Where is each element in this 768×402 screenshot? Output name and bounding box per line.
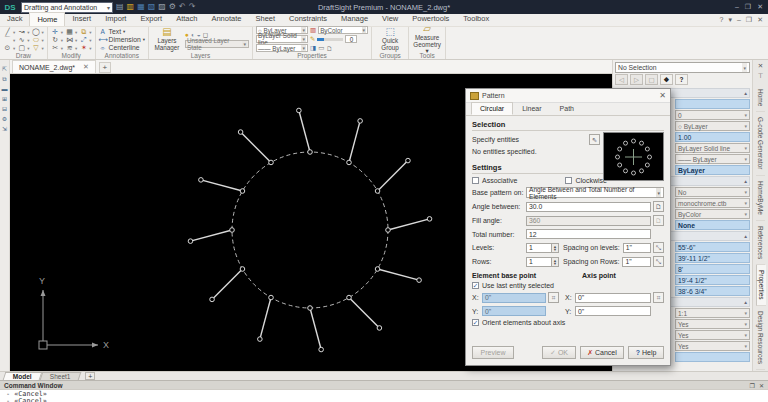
side-tab-design-resources[interactable]: Design Resources xyxy=(756,306,765,370)
menu-tab-view[interactable]: View xyxy=(375,12,405,26)
ribbon-collapse-icon[interactable]: ▾ xyxy=(728,16,732,24)
help-button[interactable]: ?Help xyxy=(628,346,664,359)
help-icon[interactable]: ? xyxy=(720,16,724,24)
palette-select-button[interactable]: ▢ xyxy=(645,74,658,85)
angle-between-input[interactable]: 30.0 xyxy=(526,202,651,212)
levels-input[interactable]: 1 xyxy=(526,243,552,253)
menu-tab-annotate[interactable]: Annotate xyxy=(204,12,248,26)
angle-between-picker-button[interactable]: 🗋 xyxy=(653,201,664,212)
axis-point-picker-button[interactable]: ⌗ xyxy=(653,292,664,303)
hatch-button[interactable]: ▽▾ xyxy=(32,44,44,52)
palette-help-button[interactable]: ? xyxy=(675,74,688,85)
pattern-element[interactable] xyxy=(258,295,274,341)
menu-tab-insert[interactable]: Insert xyxy=(65,12,98,26)
pattern-element[interactable] xyxy=(210,267,245,302)
palette-value-field[interactable]: 19'-4 1/2" xyxy=(675,275,750,285)
highlight-icon[interactable]: ✎ xyxy=(310,35,315,43)
selection-filter-select[interactable]: No Selection ▾ xyxy=(615,62,750,73)
line-button[interactable]: ╱▾ xyxy=(3,28,15,36)
use-last-entity-checkbox[interactable]: ✓ xyxy=(472,282,479,289)
copy-button[interactable]: ⧉▾ xyxy=(79,28,91,36)
palette-value-field[interactable] xyxy=(675,99,750,109)
circle-button[interactable]: ◯▾ xyxy=(32,28,44,36)
menu-tab-home[interactable]: Home xyxy=(29,12,65,26)
explode-button[interactable]: ✶▾ xyxy=(79,44,91,52)
scale-button[interactable]: ⤢▾ xyxy=(79,36,91,44)
sheet-tab-sheet1[interactable]: Sheet1 xyxy=(39,372,80,380)
base-point-picker-button[interactable]: ⌗ xyxy=(548,292,559,303)
ellipse-button[interactable]: ⬭▾ xyxy=(32,36,44,44)
transparency-slider[interactable] xyxy=(317,38,343,41)
line-color-select[interactable]: ByColor▾ xyxy=(318,26,368,34)
move-button[interactable]: ✛▾ xyxy=(51,28,63,36)
side-tab-properties[interactable]: Properties xyxy=(756,265,766,306)
cancel-button[interactable]: ✗Cancel xyxy=(580,346,624,359)
view-preset-1-icon[interactable]: ⊞ xyxy=(2,96,7,102)
pattern-tab-circular[interactable]: Circular xyxy=(471,102,513,115)
color-book-icon[interactable]: ▥ xyxy=(310,26,316,34)
arc-button[interactable]: ⌒▾ xyxy=(3,36,15,44)
palette-back-button[interactable]: ◁ xyxy=(615,74,628,85)
menu-tab-jack[interactable]: Jack xyxy=(0,12,29,26)
pattern-button[interactable]: ▦▾ xyxy=(65,28,77,36)
palette-value-field[interactable]: 39'-11 1/2" xyxy=(675,253,750,263)
base-pattern-select[interactable]: Angle Between and Total Number of Elemen… xyxy=(526,187,664,198)
levels-spinner[interactable]: ▲▼ xyxy=(552,243,559,253)
mirror-button[interactable]: ⋈▾ xyxy=(65,36,77,44)
copy-properties-icon[interactable]: 🗋 xyxy=(326,45,333,52)
centerline-button[interactable]: ⌯Centerline xyxy=(99,44,145,51)
text-button[interactable]: AText▾ xyxy=(99,28,145,35)
pattern-element[interactable] xyxy=(347,119,363,165)
palette-value-select[interactable]: ByLayer Solid line▾ xyxy=(675,143,750,153)
orient-elements-checkbox[interactable]: ✓ xyxy=(472,319,479,326)
doc-close-icon[interactable]: ✕ xyxy=(757,16,763,24)
palette-value-select[interactable]: Yes▾ xyxy=(675,319,750,329)
minimize-button[interactable]: – xyxy=(735,3,739,11)
hide-properties-icon[interactable]: ▭ xyxy=(318,44,324,52)
export-tool-icon[interactable]: ⇲ xyxy=(2,126,7,132)
document-tab[interactable]: NONAME_2.dwg* ✕ xyxy=(12,60,96,73)
total-number-input[interactable]: 12 xyxy=(526,229,651,239)
palette-value-select[interactable]: 1:1▾ xyxy=(675,308,750,318)
clockwise-checkbox[interactable] xyxy=(565,177,572,184)
spacing-levels-input[interactable]: 1" xyxy=(623,243,651,253)
command-window-header[interactable]: Command Window ❐✕ xyxy=(0,380,768,389)
side-tab-home[interactable]: Home xyxy=(756,84,765,112)
pattern-element[interactable] xyxy=(199,178,245,194)
pattern-element[interactable] xyxy=(386,217,432,233)
cmd-float-icon[interactable]: ❐ xyxy=(750,382,755,389)
palette-pin-icon[interactable]: ⊤ xyxy=(758,72,764,80)
spacing-rows-picker-button[interactable]: ⤡ xyxy=(653,256,664,267)
cmd-close-icon[interactable]: ✕ xyxy=(759,382,764,389)
pattern-element[interactable] xyxy=(375,158,410,193)
specify-entities-picker-button[interactable]: ⇖ xyxy=(589,134,600,145)
pattern-element[interactable] xyxy=(238,130,273,165)
workspace-select[interactable]: Drafting and Annotation ▾ xyxy=(21,2,113,13)
palette-value-select[interactable]: monochrome.ctb▾ xyxy=(675,198,750,208)
restore-button[interactable]: ❐ xyxy=(745,3,751,11)
polyline-button[interactable]: ↝▾ xyxy=(17,28,29,36)
doc-minimize-icon[interactable]: – xyxy=(737,16,741,24)
palette-close-icon[interactable]: ✕ xyxy=(758,62,764,70)
rectangle-button[interactable]: ▢▾ xyxy=(17,44,29,52)
palette-value-select[interactable]: —— ByLayer▾ xyxy=(675,154,750,164)
palette-value-select[interactable]: 0▾ xyxy=(675,110,750,120)
pattern-dialog-titlebar[interactable]: Pattern ✕ xyxy=(466,89,670,103)
pattern-element[interactable] xyxy=(375,267,421,283)
layers-manager-button[interactable]: ▤Layers Manager xyxy=(152,28,182,50)
palette-value-field[interactable]: 1.00 xyxy=(675,132,750,142)
match-properties-icon[interactable]: ◨ xyxy=(310,44,316,52)
menu-tab-sheet[interactable]: Sheet xyxy=(248,12,282,26)
menu-tab-export[interactable]: Export xyxy=(133,12,169,26)
palette-value-field[interactable]: 55'-6" xyxy=(675,242,750,252)
new-document-tab-button[interactable]: + xyxy=(99,62,111,73)
palette-value-select[interactable]: Yes▾ xyxy=(675,341,750,351)
command-window[interactable]: - «Cancel»- «Cancel» xyxy=(0,389,768,402)
axis-x-input[interactable]: 0" xyxy=(575,293,651,303)
menu-tab-attach[interactable]: Attach xyxy=(169,12,204,26)
offset-button[interactable]: ≋▾ xyxy=(65,44,77,52)
line-style-select[interactable]: ByLayer Solid line▾ xyxy=(256,35,308,43)
palette-value-field[interactable]: ByLayer xyxy=(675,165,750,175)
layer-state-select[interactable]: Unsaved Layer State▾ xyxy=(185,40,249,48)
close-button[interactable]: ✕ xyxy=(757,3,763,11)
